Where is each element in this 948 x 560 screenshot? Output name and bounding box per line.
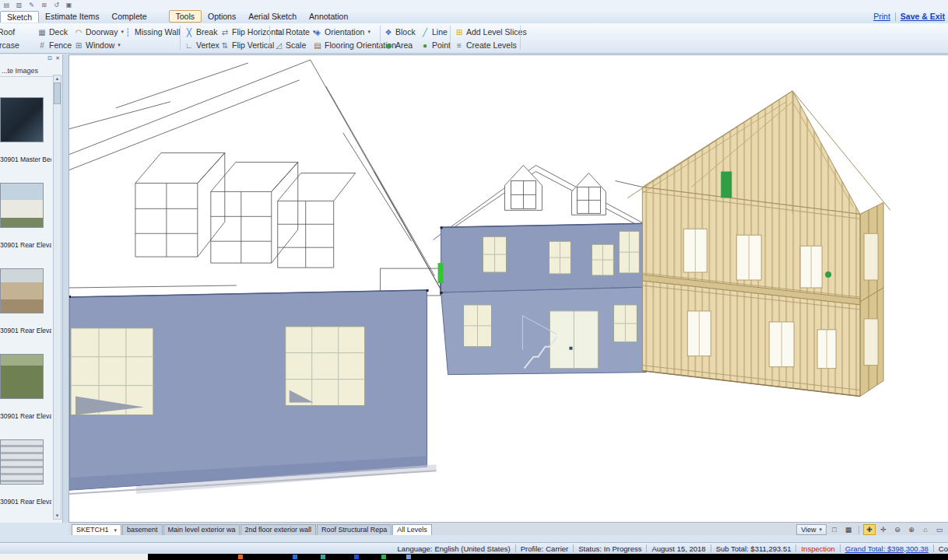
point-button[interactable]: ● Point [420, 39, 451, 51]
report-icon[interactable]: ▤ [3, 2, 10, 9]
sheet-tab-2nd-floor[interactable]: 2nd floor exterior wall [241, 524, 317, 535]
taskbar-app-icon[interactable] [381, 555, 386, 559]
line-button[interactable]: ╱ Line [420, 26, 448, 38]
taskbar-app-icon[interactable] [354, 555, 359, 559]
divider [933, 544, 934, 552]
sheet-tab-roof-structural[interactable]: Roof Structural Repa [317, 524, 391, 535]
inspection-link[interactable]: Inspection [801, 544, 834, 553]
flip-horizontal-icon: ⇄ [220, 28, 230, 37]
taskbar-app-icon[interactable] [293, 555, 297, 559]
photo-thumbnail[interactable] [0, 354, 44, 399]
sheet-tab-main-level[interactable]: Main level exterior wa [163, 524, 240, 535]
rotate-button[interactable]: ↻ Rotate ▾ [274, 26, 315, 38]
orientation-icon: ◈ [313, 28, 322, 37]
photo-label: 30901 Rear Elevati [0, 241, 51, 249]
windows-taskbar[interactable] [0, 554, 948, 560]
ribbon-divider [520, 26, 521, 50]
pin-icon[interactable]: ⊡ [47, 55, 52, 65]
photo-thumbnail[interactable] [0, 97, 44, 142]
photo-thumbnail[interactable] [0, 268, 44, 313]
documents-icon[interactable]: ▥ [16, 2, 23, 9]
staircase-button[interactable]: ≣ Staircase [0, 39, 19, 51]
zoom-window-icon[interactable]: ▭ [933, 524, 946, 535]
view-grid-icon[interactable]: ▦ [842, 524, 855, 535]
grid-icon[interactable]: ⊞ [40, 2, 47, 9]
sketch-canvas[interactable] [68, 54, 948, 523]
window-icon[interactable]: ▣ [65, 2, 72, 9]
status-value[interactable]: In Progress [604, 544, 642, 553]
sheet-tab-basement[interactable]: basement [122, 524, 163, 535]
sheet-tab-all-levels[interactable]: All Levels [392, 524, 432, 535]
ribbon-divider [180, 26, 181, 50]
sketch-canvas-svg[interactable] [69, 55, 948, 522]
chevron-down-icon: ▾ [819, 527, 822, 533]
chevron-down-icon: ▾ [118, 42, 121, 48]
window-button[interactable]: ⊞ Window ▾ [74, 39, 121, 51]
view-dropdown[interactable]: View ▾ [796, 524, 827, 535]
print-link[interactable]: Print [873, 12, 890, 21]
save-exit-link[interactable]: Save & Exit [901, 12, 945, 21]
pan-icon[interactable]: ✛ [877, 524, 890, 535]
doorway-button[interactable]: ◠ Doorway ▾ [74, 26, 124, 38]
tab-aerial-sketch[interactable]: Aerial Sketch [242, 11, 303, 22]
missing-wall-button[interactable]: ┆ Missing Wall [123, 26, 181, 38]
zoom-extents-icon[interactable]: ⌂ [919, 524, 932, 535]
sheet-tab-sketch1[interactable]: SKETCH1 ▾ [72, 524, 121, 535]
edit-icon[interactable]: ✎ [28, 2, 35, 9]
undo-icon[interactable]: ↺ [53, 2, 60, 9]
view-controls: View ▾ □ ▦ ✚ ✛ ⊖ ⊕ ⌂ ▭ [796, 524, 948, 535]
zoom-in-icon[interactable]: ⊕ [905, 524, 918, 535]
tab-complete[interactable]: Complete [106, 11, 153, 22]
overflow-text: Co [939, 544, 948, 553]
profile-value[interactable]: Carrier [546, 544, 568, 553]
tab-tools[interactable]: Tools [169, 10, 202, 23]
quick-access-toolbar: ▤ ▥ ✎ ⊞ ↺ ▣ [0, 0, 948, 9]
divider [840, 544, 841, 552]
blue-walls[interactable] [69, 223, 648, 494]
tab-annotation[interactable]: Annotation [303, 11, 354, 22]
orientation-button[interactable]: ◈ Orientation ▾ [313, 26, 370, 38]
top-links: Print Save & Exit [873, 12, 948, 21]
sheet-tab-bar: SKETCH1 ▾ basement Main level exterior w… [68, 522, 948, 535]
area-button[interactable]: ◆ Area [384, 39, 413, 51]
window-icon: ⊞ [74, 41, 83, 50]
roof-button[interactable]: ⌂ Roof [0, 26, 15, 38]
taskbar-app-icon[interactable] [321, 555, 325, 559]
photo-label: 30901 Rear Elevati [0, 498, 51, 506]
fence-button[interactable]: # Fence [37, 39, 72, 51]
create-levels-button[interactable]: ≡ Create Levels [455, 39, 517, 51]
chevron-down-icon: ▾ [114, 525, 118, 535]
tab-options[interactable]: Options [202, 11, 242, 22]
scale-button[interactable]: ◿ Scale [274, 39, 306, 51]
add-vertex-icon[interactable]: ✚ [863, 524, 876, 535]
deck-button[interactable]: ▦ Deck [37, 26, 68, 38]
point-icon: ● [420, 41, 430, 50]
scale-icon: ◿ [274, 41, 283, 50]
panel-splitter[interactable] [63, 54, 68, 523]
close-icon[interactable]: ✕ [55, 55, 60, 65]
sidebar-scrollbar[interactable]: ▲ ▼ [53, 75, 61, 520]
checkbox-icon[interactable]: □ [828, 524, 841, 535]
scrollbar-thumb[interactable] [54, 82, 61, 104]
scroll-down-icon[interactable]: ▼ [54, 513, 61, 519]
taskbar-app-icon[interactable] [406, 555, 411, 559]
grand-total-link[interactable]: Grand Total: $398,300.38 [845, 544, 929, 553]
scroll-up-icon[interactable]: ▲ [54, 75, 61, 82]
block-button[interactable]: ❖ Block [384, 26, 416, 38]
ribbon-divider [380, 26, 381, 50]
date-value: August 15, 2018 [651, 544, 705, 553]
photo-thumbnail[interactable] [0, 183, 44, 228]
doorway-icon: ◠ [74, 28, 83, 37]
vertex-button[interactable]: ∟ Vertex [184, 39, 219, 51]
taskbar-app-icon[interactable] [238, 555, 243, 559]
break-button[interactable]: ╳ Break [184, 26, 217, 38]
tab-estimate-items[interactable]: Estimate Items [39, 11, 105, 22]
language-label: Language: [398, 544, 433, 553]
flip-vertical-button[interactable]: ⇅ Flip Vertical [220, 39, 274, 51]
language-value[interactable]: English (United States) [435, 544, 511, 553]
tab-sketch[interactable]: Sketch [0, 11, 39, 23]
zoom-out-icon[interactable]: ⊖ [891, 524, 904, 535]
wood-framing[interactable] [627, 91, 890, 397]
photo-thumbnail[interactable] [0, 439, 44, 485]
add-level-slices-button[interactable]: ⊞ Add Level Slices [455, 26, 527, 38]
